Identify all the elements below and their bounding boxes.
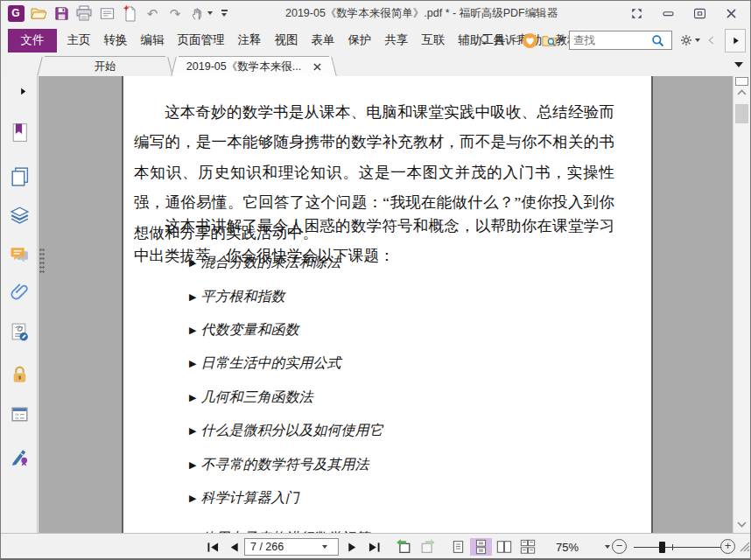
- single-page-view-button[interactable]: [447, 538, 469, 556]
- chevron-left-icon: [705, 34, 718, 46]
- redo-button[interactable]: ↷: [164, 3, 186, 24]
- menu-view[interactable]: 视图: [268, 25, 305, 55]
- find-input[interactable]: [570, 34, 650, 46]
- menu-edit[interactable]: 编辑: [134, 25, 171, 55]
- sidebar-item-attachments[interactable]: [8, 280, 32, 304]
- tab-start[interactable]: 开始: [45, 56, 165, 76]
- redo-icon: ↷: [170, 7, 181, 20]
- bullet-item: ▶混合分数的乘法和除法: [189, 254, 340, 272]
- bullet-marker-icon: ▶: [189, 258, 196, 268]
- next-page-button[interactable]: [342, 538, 361, 556]
- scrollbar-thumb[interactable]: [735, 104, 748, 123]
- tab-close-button[interactable]: [313, 63, 321, 71]
- undo-button[interactable]: ↶: [141, 3, 164, 24]
- save-button[interactable]: [50, 3, 73, 24]
- zoom-slider-handle[interactable]: [659, 542, 665, 553]
- last-page-button[interactable]: [363, 538, 384, 556]
- mail-document-button[interactable]: [95, 3, 118, 24]
- sidebar-item-sign[interactable]: [8, 444, 32, 468]
- sidebar-item-bookmarks[interactable]: [8, 121, 32, 144]
- previous-page-button[interactable]: [224, 538, 243, 556]
- scroll-down-icon[interactable]: [736, 521, 747, 528]
- vertical-scrollbar[interactable]: [733, 76, 750, 533]
- search-folder-button[interactable]: [539, 31, 565, 50]
- comments-icon: [9, 244, 31, 266]
- continuous-facing-icon: [520, 539, 536, 555]
- first-page-icon: [207, 542, 220, 553]
- sidebar-item-digital-signatures[interactable]: [8, 320, 32, 344]
- bullet-marker-icon: ▶: [189, 494, 196, 503]
- zoom-slider[interactable]: [634, 547, 721, 549]
- scroll-up-icon[interactable]: [736, 88, 747, 96]
- settings-dropdown-icon: [695, 38, 700, 42]
- app-logo-icon[interactable]: G: [4, 3, 27, 24]
- gear-icon: [679, 33, 693, 47]
- bullet-item: ▶代数变量和函数: [189, 321, 298, 340]
- favorites-button[interactable]: [520, 31, 539, 50]
- document-tab-bar: 开始 2019-05《数学本来很...: [1, 55, 750, 76]
- menu-form[interactable]: 表单: [305, 25, 341, 55]
- sidebar-item-fields[interactable]: [8, 402, 32, 426]
- tell-me-label[interactable]: 告诉我: [494, 32, 520, 48]
- menu-convert[interactable]: 转换: [97, 25, 134, 55]
- zoom-level-combo[interactable]: 75%: [556, 538, 610, 556]
- tell-me-button[interactable]: [474, 31, 494, 50]
- menu-protect[interactable]: 保护: [341, 25, 378, 55]
- panel-splitter-handle[interactable]: [39, 248, 45, 274]
- zoom-level-value: 75%: [556, 541, 603, 554]
- lightbulb-icon: [477, 32, 492, 48]
- maximize-button[interactable]: [684, 1, 715, 25]
- page-number-dropdown-icon[interactable]: [322, 545, 327, 549]
- bullet-item: ▶几何和三角函数法: [189, 388, 312, 407]
- page-number-input[interactable]: [245, 540, 320, 554]
- bullet-marker-icon: ▶: [189, 393, 196, 402]
- page-thumbnails-icon: [9, 165, 31, 187]
- continuous-facing-view-button[interactable]: [516, 538, 538, 556]
- continuous-view-button[interactable]: [470, 538, 492, 556]
- scroll-menus-left-button[interactable]: [704, 31, 719, 50]
- menu-home[interactable]: 主页: [60, 25, 97, 55]
- menu-comment[interactable]: 注释: [231, 25, 268, 55]
- previous-view-button[interactable]: [391, 538, 414, 556]
- open-file-button[interactable]: [27, 3, 50, 24]
- document-lines-icon: [99, 5, 116, 22]
- customize-quick-access-button[interactable]: [216, 3, 232, 24]
- sidebar-item-layers[interactable]: [8, 202, 32, 226]
- zoom-dropdown-icon: [605, 545, 610, 549]
- zoom-in-button[interactable]: +: [720, 539, 735, 554]
- close-button[interactable]: [715, 1, 747, 25]
- tab-list-dropdown-icon[interactable]: [734, 62, 743, 67]
- minimize-button[interactable]: [652, 1, 684, 25]
- navigation-sidebar: [1, 76, 38, 533]
- menu-file[interactable]: 文件: [8, 29, 57, 52]
- menu-connect[interactable]: 互联: [415, 25, 452, 55]
- expand-toolbar-button[interactable]: [725, 29, 746, 52]
- settings-button[interactable]: [676, 31, 704, 50]
- menu-share[interactable]: 共享: [378, 25, 415, 55]
- menu-organize[interactable]: 页面管理: [171, 25, 231, 55]
- sidebar-item-pages[interactable]: [8, 164, 32, 188]
- sidebar-item-comments[interactable]: [8, 243, 32, 267]
- maximize-icon: [692, 6, 707, 21]
- sidebar-item-security[interactable]: [8, 363, 32, 387]
- expand-panel-icon: [18, 87, 28, 96]
- search-icon[interactable]: [650, 33, 665, 48]
- zoom-out-button[interactable]: −: [612, 539, 627, 554]
- next-view-button[interactable]: [417, 538, 439, 556]
- first-page-button[interactable]: [202, 538, 223, 556]
- bullet-marker-icon: ▶: [189, 359, 196, 368]
- lock-icon: [9, 364, 31, 386]
- document-viewport[interactable]: 这本奇妙的数学书是从课本、电脑和课堂实践中吸收、总结经验而编写的，是一本能够随身…: [39, 76, 733, 533]
- pdf-page[interactable]: 这本奇妙的数学书是从课本、电脑和课堂实践中吸收、总结经验而编写的，是一本能够随身…: [122, 76, 653, 533]
- print-icon: [75, 4, 93, 22]
- facing-view-button[interactable]: [493, 538, 515, 556]
- fullscreen-toggle-button[interactable]: [621, 1, 652, 25]
- resize-grip-icon[interactable]: [739, 541, 750, 552]
- bookmark-icon: [9, 122, 31, 144]
- create-pdf-button[interactable]: [118, 3, 141, 24]
- expand-panel-button[interactable]: [11, 80, 35, 103]
- scrollbar-top-button[interactable]: [735, 77, 748, 86]
- tab-document[interactable]: 2019-05《数学本来很...: [179, 56, 329, 76]
- print-button[interactable]: [73, 3, 95, 24]
- hand-tool-button[interactable]: [186, 3, 216, 24]
